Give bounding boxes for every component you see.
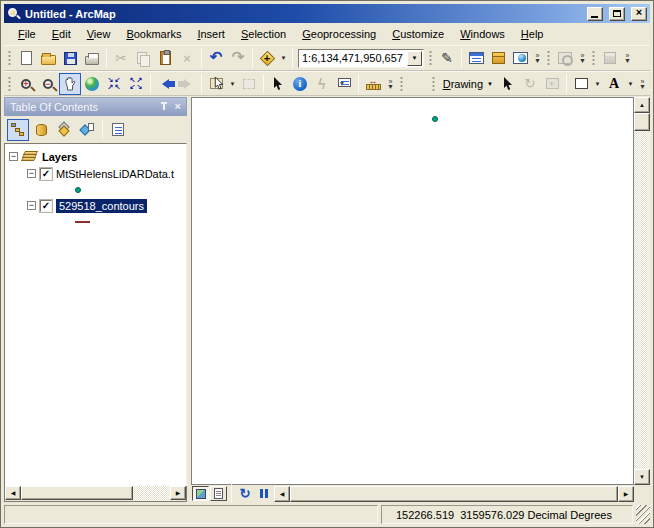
zoom-out-button[interactable]: − <box>37 73 59 95</box>
editor-toolbar-button[interactable]: ✎ <box>436 47 458 69</box>
pause-drawing-button[interactable] <box>255 486 273 502</box>
toolbar-overflow[interactable]: »▼ <box>621 47 634 69</box>
menu-geoprocessing[interactable]: Geoprocessing <box>294 25 384 43</box>
add-data-button[interactable]: + <box>256 47 278 69</box>
layer-label-selected[interactable]: 529518_contours <box>56 199 147 213</box>
scroll-left-button[interactable]: ◀ <box>5 486 21 500</box>
map-vertical-scrollbar[interactable]: ▲ ▼ <box>634 97 650 485</box>
list-by-visibility-button[interactable] <box>53 119 75 141</box>
catalog-window-button[interactable] <box>487 47 509 69</box>
list-by-selection-button[interactable] <box>76 119 98 141</box>
toolbar-overflow[interactable]: »▼ <box>576 47 589 69</box>
text-tool-dropdown[interactable]: ▼ <box>625 73 636 95</box>
paste-button[interactable] <box>154 47 176 69</box>
window-resize-grip[interactable] <box>636 505 650 524</box>
toolbar-grip[interactable] <box>428 49 434 67</box>
toolbar-grip[interactable] <box>546 49 552 67</box>
toc-horizontal-scrollbar[interactable]: ◀ ▶ <box>4 486 187 502</box>
maximize-button[interactable] <box>609 7 625 21</box>
undo-button[interactable]: ↶ <box>205 47 227 69</box>
save-button[interactable] <box>59 47 81 69</box>
collapse-icon[interactable]: − <box>27 169 36 178</box>
refresh-view-button[interactable]: ↻ <box>236 486 254 502</box>
open-button[interactable] <box>37 47 59 69</box>
scroll-right-button[interactable]: ▶ <box>618 486 634 502</box>
toolbar-grip[interactable] <box>7 49 13 67</box>
point-symbol[interactable] <box>75 187 81 193</box>
fixed-zoom-out-button[interactable]: ↖↗↙↘ <box>125 73 147 95</box>
list-by-source-button[interactable] <box>30 119 52 141</box>
scrollbar-thumb[interactable] <box>21 486 133 500</box>
shape-tool-dropdown[interactable]: ▼ <box>592 73 603 95</box>
close-button[interactable]: × <box>631 7 647 21</box>
layer-label[interactable]: MtStHelensLiDARData.t <box>56 168 174 180</box>
menu-view[interactable]: View <box>79 25 119 43</box>
scrollbar-track[interactable] <box>133 486 170 501</box>
print-button[interactable] <box>81 47 103 69</box>
pan-button[interactable] <box>59 73 81 95</box>
map-scale-combo[interactable]: 1:6,134,471,950,657 ▼ <box>298 49 424 68</box>
toolbar-overflow[interactable]: »▼ <box>636 73 649 95</box>
full-extent-button[interactable] <box>81 73 103 95</box>
tree-row-layers[interactable]: − Layers <box>9 148 186 165</box>
select-features-dropdown[interactable]: ▼ <box>227 73 238 95</box>
drawing-toolbar-grip[interactable] <box>431 75 437 93</box>
collapse-icon[interactable]: − <box>9 152 18 161</box>
map-point-feature[interactable] <box>432 116 438 122</box>
go-back-extent-button[interactable] <box>154 73 176 95</box>
map-horizontal-scrollbar[interactable]: ◀ ▶ <box>274 486 634 502</box>
scroll-left-button[interactable]: ◀ <box>274 486 290 502</box>
map-canvas[interactable] <box>191 97 634 485</box>
select-features-button[interactable] <box>205 73 227 95</box>
search-window-button[interactable] <box>509 47 531 69</box>
data-frame-label[interactable]: Layers <box>42 151 77 163</box>
scroll-up-button[interactable]: ▲ <box>634 97 650 113</box>
scrollbar-thumb[interactable] <box>634 113 650 131</box>
scroll-right-button[interactable]: ▶ <box>170 486 186 500</box>
zoom-in-button[interactable]: + <box>15 73 37 95</box>
toolbar-overflow[interactable]: »▼ <box>384 73 397 95</box>
toolbar-grip[interactable] <box>7 75 13 93</box>
menu-windows[interactable]: Windows <box>452 25 513 43</box>
add-data-dropdown[interactable]: ▼ <box>278 47 289 69</box>
measure-button[interactable]: ↔ <box>362 73 384 95</box>
pin-icon[interactable] <box>159 101 169 112</box>
menu-file[interactable]: File <box>10 25 44 43</box>
collapse-icon[interactable]: − <box>27 201 36 210</box>
menu-bookmarks[interactable]: Bookmarks <box>118 25 189 43</box>
list-by-drawing-order-button[interactable] <box>7 119 29 141</box>
select-elements-button[interactable] <box>267 73 289 95</box>
toc-close-button[interactable]: × <box>175 101 181 112</box>
tree-row-layer[interactable]: − ✓ 529518_contours <box>9 197 186 214</box>
shape-tool-button[interactable] <box>570 73 592 95</box>
map-scale-dropdown[interactable]: ▼ <box>407 51 422 66</box>
menu-insert[interactable]: Insert <box>189 25 233 43</box>
identify-button[interactable]: i <box>289 73 311 95</box>
scrollbar-thumb[interactable] <box>290 486 618 502</box>
title-bar[interactable]: Untitled - ArcMap × <box>4 4 650 23</box>
drawing-menu-button[interactable]: Drawing ▼ <box>439 78 497 90</box>
data-view-button[interactable] <box>192 486 209 501</box>
toc-header[interactable]: Table Of Contents × <box>4 97 187 116</box>
drawing-select-elements-button[interactable] <box>497 73 519 95</box>
layer-visibility-checkbox[interactable]: ✓ <box>40 200 52 212</box>
tree-row-layer[interactable]: − ✓ MtStHelensLiDARData.t <box>9 165 186 182</box>
find-callout-button[interactable] <box>333 73 355 95</box>
toc-options-button[interactable] <box>107 119 129 141</box>
toolbar-overflow[interactable]: »▼ <box>531 47 544 69</box>
table-of-contents-button[interactable] <box>465 47 487 69</box>
fixed-zoom-in-button[interactable]: ↘↙↗↖ <box>103 73 125 95</box>
text-tool-button[interactable]: A <box>603 73 625 95</box>
map-scale-value[interactable]: 1:6,134,471,950,657 <box>299 52 407 64</box>
menu-edit[interactable]: Edit <box>44 25 79 43</box>
line-symbol[interactable] <box>75 221 90 223</box>
new-document-button[interactable] <box>15 47 37 69</box>
scroll-down-button[interactable]: ▼ <box>634 469 650 485</box>
scrollbar-track[interactable] <box>634 131 650 469</box>
toolbar-grip[interactable] <box>591 49 597 67</box>
menu-selection[interactable]: Selection <box>233 25 294 43</box>
toolbar-grip[interactable] <box>399 75 405 93</box>
layer-visibility-checkbox[interactable]: ✓ <box>40 168 52 180</box>
minimize-button[interactable] <box>587 7 603 21</box>
layout-view-button[interactable] <box>210 486 227 501</box>
